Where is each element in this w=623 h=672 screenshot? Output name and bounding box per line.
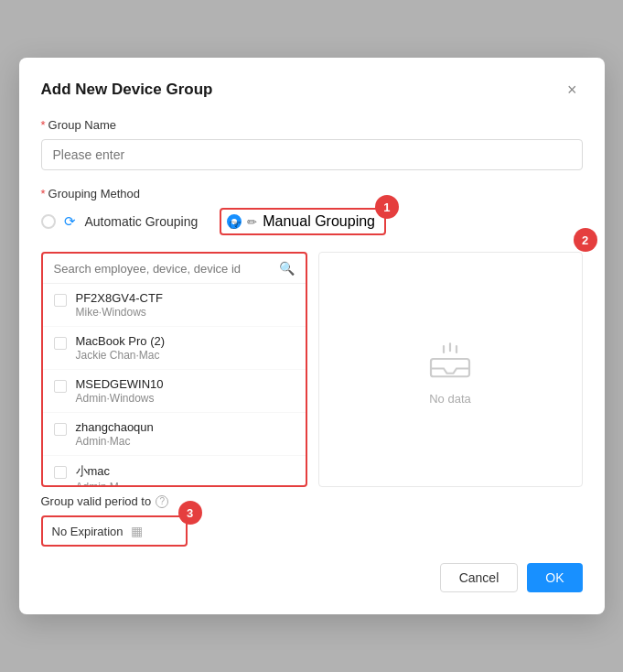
help-icon[interactable]: ? bbox=[156, 495, 168, 508]
manual-grouping-label: Manual Grouping bbox=[263, 213, 375, 230]
validity-section: Group valid period to ? No Expiration ▦ … bbox=[41, 494, 583, 547]
device-checkbox-1[interactable] bbox=[54, 337, 67, 350]
device-info: PF2X8GV4-CTF Mike·Windows bbox=[76, 291, 163, 319]
grouping-method-row: ⟳ Automatic Grouping ✏ Manual Grouping 1… bbox=[41, 208, 583, 235]
auto-grouping-option[interactable]: ⟳ Automatic Grouping bbox=[41, 213, 199, 230]
device-checkbox-0[interactable] bbox=[54, 294, 67, 307]
device-sub: Admin·M... bbox=[76, 481, 128, 485]
group-name-section: * Group Name bbox=[41, 118, 583, 170]
modal-title: Add New Device Group bbox=[41, 81, 213, 99]
auto-grouping-label: Automatic Grouping bbox=[85, 214, 199, 229]
ok-button[interactable]: OK bbox=[527, 563, 582, 592]
search-icon: 🔍 bbox=[279, 261, 295, 276]
close-button[interactable]: × bbox=[562, 80, 583, 100]
validity-label: Group valid period to bbox=[41, 494, 152, 508]
validity-label-row: Group valid period to ? bbox=[41, 494, 583, 508]
list-item: 小mac Admin·M... bbox=[43, 456, 306, 485]
device-name: zhangchaoqun bbox=[76, 420, 154, 434]
device-search-input[interactable] bbox=[54, 262, 272, 276]
device-sub: Mike·Windows bbox=[76, 306, 163, 319]
calendar-icon: ▦ bbox=[131, 524, 143, 538]
modal-header: Add New Device Group × bbox=[41, 80, 583, 100]
device-sub: Admin·Windows bbox=[76, 392, 164, 405]
required-star: * bbox=[41, 118, 46, 132]
device-checkbox-3[interactable] bbox=[54, 423, 67, 436]
list-item: zhangchaoqun Admin·Mac bbox=[43, 413, 306, 456]
device-list: PF2X8GV4-CTF Mike·Windows MacBook Pro (2… bbox=[43, 284, 306, 485]
device-name: 小mac bbox=[76, 463, 128, 480]
group-name-input[interactable] bbox=[41, 139, 583, 170]
device-name: MacBook Pro (2) bbox=[76, 334, 166, 348]
device-info: zhangchaoqun Admin·Mac bbox=[76, 420, 154, 448]
device-checkbox-4[interactable] bbox=[54, 466, 67, 479]
group-name-label: * Group Name bbox=[41, 118, 583, 132]
device-info: 小mac Admin·M... bbox=[76, 463, 128, 485]
auto-icon: ⟳ bbox=[62, 213, 79, 230]
list-item: MacBook Pro (2) Jackie Chan·Mac bbox=[43, 327, 306, 370]
device-name: PF2X8GV4-CTF bbox=[76, 291, 163, 305]
device-sub: Jackie Chan·Mac bbox=[76, 349, 166, 362]
list-item: MSEDGEWIN10 Admin·Windows bbox=[43, 370, 306, 413]
manual-radio[interactable] bbox=[227, 214, 242, 229]
step-badge-3: 3 bbox=[178, 501, 202, 525]
device-sub: Admin·Mac bbox=[76, 435, 154, 448]
selected-devices-panel: No data bbox=[318, 252, 583, 487]
add-device-group-modal: Add New Device Group × * Group Name * Gr… bbox=[19, 58, 605, 614]
step-badge-2: 2 bbox=[574, 228, 597, 252]
no-data-icon bbox=[424, 333, 476, 385]
left-panel: 🔍 PF2X8GV4-CTF Mike·Windows MacBook Pro … bbox=[41, 252, 307, 487]
validity-value: No Expiration bbox=[52, 525, 124, 538]
search-box: 🔍 bbox=[43, 254, 306, 284]
footer-buttons: Cancel OK bbox=[41, 563, 583, 592]
grouping-method-label: * Grouping Method bbox=[41, 187, 583, 201]
required-star-method: * bbox=[41, 187, 46, 201]
pencil-icon: ✏ bbox=[247, 215, 257, 229]
device-name: MSEDGEWIN10 bbox=[76, 377, 164, 391]
cancel-button[interactable]: Cancel bbox=[440, 563, 519, 592]
device-checkbox-2[interactable] bbox=[54, 380, 67, 393]
no-data-label: No data bbox=[429, 392, 471, 406]
device-info: MSEDGEWIN10 Admin·Windows bbox=[76, 377, 164, 405]
grouping-method-section: * Grouping Method ⟳ Automatic Grouping ✏… bbox=[41, 187, 583, 235]
auto-radio[interactable] bbox=[41, 214, 56, 229]
validity-input[interactable]: No Expiration ▦ bbox=[41, 515, 188, 547]
manual-grouping-option[interactable]: ✏ Manual Grouping 1 ☞ bbox=[220, 208, 386, 235]
device-info: MacBook Pro (2) Jackie Chan·Mac bbox=[76, 334, 166, 362]
list-item: PF2X8GV4-CTF Mike·Windows bbox=[43, 284, 306, 327]
device-selector-section: 2 🔍 PF2X8GV4-CTF Mike·Windows bbox=[41, 252, 583, 487]
step-badge-1: 1 bbox=[375, 195, 399, 219]
